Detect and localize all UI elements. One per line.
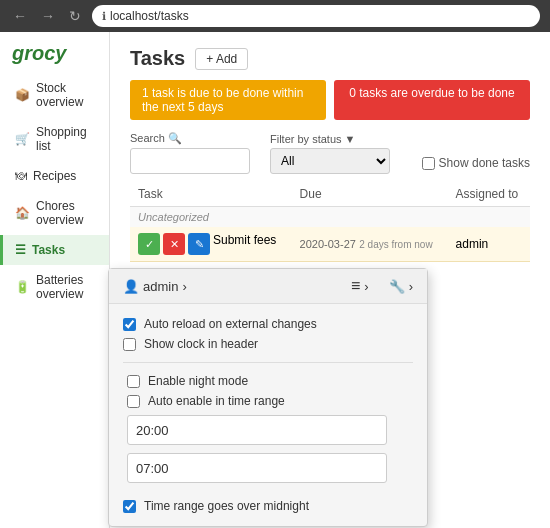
- filter-row: Search 🔍 Filter by status ▼ All Show don…: [130, 132, 530, 174]
- search-group: Search 🔍: [130, 132, 250, 174]
- auto-enable-time-range-checkbox[interactable]: [127, 395, 140, 408]
- sidebar-item-label: Recipes: [33, 169, 76, 183]
- settings-chevron: ›: [409, 279, 413, 294]
- alert-due-soon: 1 task is due to be done within the next…: [130, 80, 326, 120]
- midnight-label: Time range goes over midnight: [144, 499, 309, 513]
- back-button[interactable]: ←: [10, 8, 30, 24]
- show-done-checkbox[interactable]: [422, 157, 435, 170]
- settings-button[interactable]: 🔧 ›: [389, 279, 413, 294]
- search-label: Search 🔍: [130, 132, 250, 145]
- battery-icon: 🔋: [15, 280, 30, 294]
- complete-button[interactable]: ✓: [138, 233, 160, 255]
- task-actions-cell: ✓ ✕ ✎ Submit fees: [130, 227, 292, 262]
- uncategorized-label: Uncategorized: [130, 207, 530, 228]
- page-title: Tasks: [130, 47, 185, 70]
- stock-icon: 📦: [15, 88, 30, 102]
- table-row: ✓ ✕ ✎ Submit fees 2020-03-27 2 days from…: [130, 227, 530, 262]
- sidebar-item-label: Chores overview: [36, 199, 97, 227]
- night-mode-section: Enable night mode Auto enable in time ra…: [123, 371, 413, 487]
- due-relative: 2 days from now: [359, 239, 432, 250]
- dropdown-header: 👤 admin › ≡ › 🔧 ›: [109, 269, 427, 304]
- task-name: Submit fees: [213, 233, 276, 255]
- user-icon: 👤: [123, 279, 139, 294]
- sidebar-item-shopping-list[interactable]: 🛒 Shopping list: [0, 117, 109, 161]
- menu-button[interactable]: ≡ ›: [351, 277, 369, 295]
- cart-icon: 🛒: [15, 132, 30, 146]
- general-settings-section: Auto reload on external changes Show clo…: [123, 314, 413, 354]
- alert-overdue: 0 tasks are overdue to be done: [334, 80, 530, 120]
- separator: [123, 362, 413, 363]
- menu-lines-icon: ≡: [351, 277, 360, 295]
- time-from-input[interactable]: 20:00: [127, 415, 387, 445]
- browser-bar: ← → ↻ ℹ localhost/tasks: [0, 0, 550, 32]
- sidebar-item-label: Tasks: [32, 243, 65, 257]
- col-due: Due: [292, 182, 448, 207]
- task-assigned-cell: admin: [448, 227, 530, 262]
- dropdown-overlay: 👤 admin › ≡ › 🔧 › Auto reload on externa…: [108, 268, 428, 527]
- enable-night-mode-item[interactable]: Enable night mode: [127, 371, 413, 391]
- refresh-button[interactable]: ↻: [66, 8, 84, 24]
- auto-reload-item[interactable]: Auto reload on external changes: [123, 314, 413, 334]
- col-task: Task: [130, 182, 292, 207]
- sidebar-item-label: Batteries overview: [36, 273, 97, 301]
- url-text: localhost/tasks: [110, 9, 189, 23]
- status-group: Filter by status ▼ All: [270, 133, 390, 174]
- forward-button[interactable]: →: [38, 8, 58, 24]
- dropdown-body: Auto reload on external changes Show clo…: [109, 304, 427, 526]
- app-logo: grocy: [0, 32, 109, 73]
- chores-icon: 🏠: [15, 206, 30, 220]
- midnight-item[interactable]: Time range goes over midnight: [123, 495, 413, 516]
- tasks-table: Task Due Assigned to Uncategorized ✓ ✕ ✎: [130, 182, 530, 262]
- sidebar-item-chores-overview[interactable]: 🏠 Chores overview: [0, 191, 109, 235]
- edit-button[interactable]: ✎: [188, 233, 210, 255]
- auto-reload-label: Auto reload on external changes: [144, 317, 317, 331]
- show-clock-label: Show clock in header: [144, 337, 258, 351]
- filter-label: Filter by status ▼: [270, 133, 390, 145]
- task-actions: ✓ ✕ ✎ Submit fees: [138, 233, 284, 255]
- auto-enable-time-range-item[interactable]: Auto enable in time range: [127, 391, 413, 411]
- show-done-label[interactable]: Show done tasks: [422, 156, 530, 174]
- due-date: 2020-03-27: [300, 238, 356, 250]
- status-select[interactable]: All: [270, 148, 390, 174]
- uncategorized-row: Uncategorized: [130, 207, 530, 228]
- col-assigned: Assigned to: [448, 182, 530, 207]
- tasks-icon: ☰: [15, 243, 26, 257]
- show-done-text: Show done tasks: [439, 156, 530, 170]
- url-bar[interactable]: ℹ localhost/tasks: [92, 5, 540, 27]
- auto-reload-checkbox[interactable]: [123, 318, 136, 331]
- menu-chevron: ›: [364, 279, 368, 294]
- task-due-cell: 2020-03-27 2 days from now: [292, 227, 448, 262]
- recipe-icon: 🍽: [15, 169, 27, 183]
- user-label: admin: [143, 279, 178, 294]
- enable-night-mode-label: Enable night mode: [148, 374, 248, 388]
- lock-icon: ℹ: [102, 10, 106, 23]
- sidebar-item-label: Shopping list: [36, 125, 97, 153]
- user-menu-button[interactable]: 👤 admin ›: [123, 279, 187, 294]
- sidebar-item-stock-overview[interactable]: 📦 Stock overview: [0, 73, 109, 117]
- time-to-input[interactable]: 07:00: [127, 453, 387, 483]
- tasks-header: Tasks + Add: [130, 47, 530, 70]
- search-input[interactable]: [130, 148, 250, 174]
- sidebar-item-tasks[interactable]: ☰ Tasks: [0, 235, 109, 265]
- user-chevron: ›: [182, 279, 186, 294]
- show-clock-checkbox[interactable]: [123, 338, 136, 351]
- enable-night-mode-checkbox[interactable]: [127, 375, 140, 388]
- sidebar-item-label: Stock overview: [36, 81, 97, 109]
- midnight-checkbox[interactable]: [123, 500, 136, 513]
- wrench-icon: 🔧: [389, 279, 405, 294]
- sidebar: grocy 📦 Stock overview 🛒 Shopping list 🍽…: [0, 32, 110, 528]
- sidebar-item-recipes[interactable]: 🍽 Recipes: [0, 161, 109, 191]
- show-clock-item[interactable]: Show clock in header: [123, 334, 413, 354]
- delete-button[interactable]: ✕: [163, 233, 185, 255]
- auto-enable-time-range-label: Auto enable in time range: [148, 394, 285, 408]
- sidebar-item-batteries-overview[interactable]: 🔋 Batteries overview: [0, 265, 109, 309]
- add-button[interactable]: + Add: [195, 48, 248, 70]
- alert-row: 1 task is due to be done within the next…: [130, 80, 530, 120]
